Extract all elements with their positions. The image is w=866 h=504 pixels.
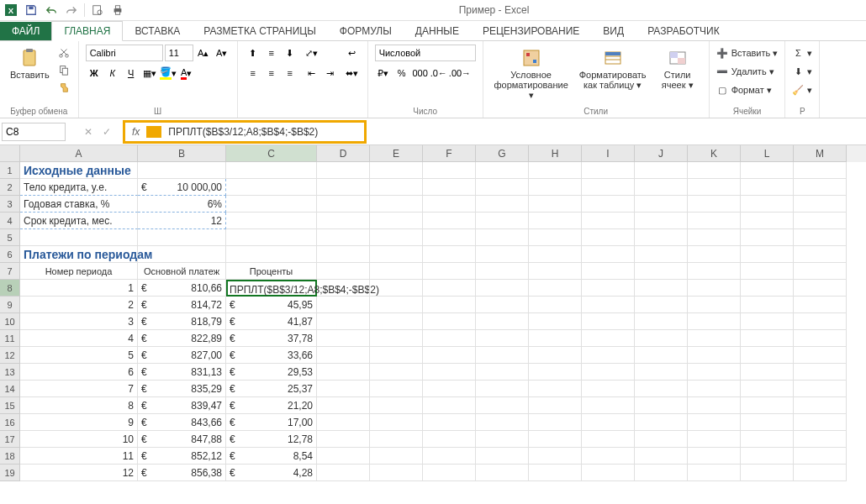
cell[interactable] bbox=[370, 448, 423, 465]
orientation-icon[interactable]: ⤢▾ bbox=[304, 45, 320, 61]
cell[interactable] bbox=[741, 196, 794, 213]
cell[interactable] bbox=[582, 414, 635, 431]
cell[interactable] bbox=[529, 229, 582, 246]
col-header[interactable]: I bbox=[582, 145, 635, 162]
cell[interactable]: 12 bbox=[138, 213, 226, 229]
cell[interactable] bbox=[529, 297, 582, 313]
cell[interactable] bbox=[423, 330, 476, 347]
font-size-select[interactable] bbox=[165, 45, 193, 61]
cell[interactable] bbox=[529, 246, 582, 263]
cell[interactable] bbox=[741, 213, 794, 229]
cell[interactable] bbox=[423, 381, 476, 397]
cell[interactable] bbox=[582, 347, 635, 364]
cell[interactable] bbox=[370, 280, 423, 297]
cell[interactable] bbox=[688, 297, 741, 313]
cell[interactable] bbox=[688, 196, 741, 213]
fx-icon[interactable]: fx bbox=[132, 126, 140, 138]
col-header[interactable]: J bbox=[635, 145, 688, 162]
cell[interactable] bbox=[741, 246, 794, 263]
cell[interactable] bbox=[226, 213, 317, 229]
cell[interactable]: €831,13 bbox=[138, 364, 226, 381]
cell[interactable] bbox=[741, 347, 794, 364]
cell[interactable] bbox=[317, 414, 370, 431]
copy-icon[interactable] bbox=[56, 62, 71, 77]
cell[interactable] bbox=[529, 280, 582, 297]
cell[interactable] bbox=[741, 465, 794, 481]
cell[interactable] bbox=[529, 179, 582, 196]
cell[interactable]: €12,78 bbox=[226, 431, 317, 448]
cell[interactable]: €41,87 bbox=[226, 313, 317, 330]
cell[interactable] bbox=[635, 431, 688, 448]
tab-review[interactable]: РЕЦЕНЗИРОВАНИЕ bbox=[471, 22, 591, 40]
increase-decimal-icon[interactable]: .0← bbox=[430, 65, 447, 81]
cell[interactable]: Исходные данные bbox=[20, 162, 138, 179]
format-table-button[interactable]: Форматировать как таблицу ▾ bbox=[576, 45, 650, 93]
cell[interactable] bbox=[635, 179, 688, 196]
cell[interactable] bbox=[317, 229, 370, 246]
cell[interactable] bbox=[794, 397, 847, 414]
cell[interactable] bbox=[317, 246, 370, 263]
cell[interactable] bbox=[317, 330, 370, 347]
cell[interactable] bbox=[423, 414, 476, 431]
cell[interactable] bbox=[794, 280, 847, 297]
align-center-icon[interactable]: ≡ bbox=[263, 65, 280, 81]
cell[interactable] bbox=[529, 364, 582, 381]
cell[interactable] bbox=[138, 229, 226, 246]
cell[interactable] bbox=[688, 347, 741, 364]
cell[interactable] bbox=[794, 448, 847, 465]
cell[interactable]: Номер периода bbox=[20, 263, 138, 280]
format-painter-icon[interactable] bbox=[56, 80, 71, 95]
cell[interactable] bbox=[476, 313, 529, 330]
cell[interactable] bbox=[688, 162, 741, 179]
spreadsheet-grid[interactable]: A B C D E F G H I J K L M 1Исходные данн… bbox=[0, 145, 866, 481]
cell[interactable] bbox=[688, 414, 741, 431]
cell[interactable] bbox=[635, 280, 688, 297]
cell[interactable] bbox=[741, 297, 794, 313]
cell[interactable] bbox=[529, 465, 582, 481]
row-header[interactable]: 4 bbox=[0, 213, 20, 229]
col-header[interactable]: A bbox=[20, 145, 138, 162]
font-color-button[interactable]: A▾ bbox=[178, 65, 195, 81]
cell[interactable] bbox=[317, 347, 370, 364]
cell[interactable] bbox=[529, 431, 582, 448]
cell[interactable] bbox=[370, 246, 423, 263]
cell[interactable] bbox=[370, 213, 423, 229]
cell[interactable] bbox=[741, 414, 794, 431]
cell[interactable]: €29,53 bbox=[226, 364, 317, 381]
cell[interactable] bbox=[794, 347, 847, 364]
row-header[interactable]: 3 bbox=[0, 196, 20, 213]
cell[interactable] bbox=[635, 448, 688, 465]
cell[interactable] bbox=[635, 246, 688, 263]
percent-icon[interactable]: % bbox=[393, 65, 410, 81]
cell[interactable] bbox=[794, 414, 847, 431]
cell[interactable] bbox=[794, 465, 847, 481]
cell[interactable] bbox=[635, 263, 688, 280]
print-icon[interactable] bbox=[110, 3, 125, 18]
col-header[interactable]: E bbox=[370, 145, 423, 162]
cell[interactable]: 8 bbox=[20, 397, 138, 414]
col-header[interactable]: F bbox=[423, 145, 476, 162]
cell[interactable] bbox=[635, 465, 688, 481]
row-header[interactable]: 11 bbox=[0, 330, 20, 347]
cell[interactable] bbox=[423, 263, 476, 280]
cell[interactable]: 2 bbox=[20, 297, 138, 313]
cell[interactable] bbox=[476, 213, 529, 229]
cell[interactable] bbox=[317, 280, 370, 297]
cell[interactable]: €818,79 bbox=[138, 313, 226, 330]
cell[interactable] bbox=[370, 229, 423, 246]
cell[interactable]: €856,38 bbox=[138, 465, 226, 481]
select-all-corner[interactable] bbox=[0, 145, 20, 162]
cell[interactable]: 11 bbox=[20, 448, 138, 465]
row-header[interactable]: 17 bbox=[0, 431, 20, 448]
cell[interactable] bbox=[529, 414, 582, 431]
cell[interactable] bbox=[582, 465, 635, 481]
cell[interactable] bbox=[476, 330, 529, 347]
cell[interactable] bbox=[529, 196, 582, 213]
cell[interactable]: 10 bbox=[20, 431, 138, 448]
currency-icon[interactable]: ₽▾ bbox=[375, 65, 392, 81]
cell[interactable] bbox=[529, 397, 582, 414]
cell[interactable] bbox=[370, 297, 423, 313]
cell[interactable] bbox=[794, 364, 847, 381]
formula-text[interactable]: ПРПЛТ($B$3/12;A8;$B$4;-$B$2) bbox=[168, 126, 318, 138]
cell[interactable] bbox=[317, 448, 370, 465]
